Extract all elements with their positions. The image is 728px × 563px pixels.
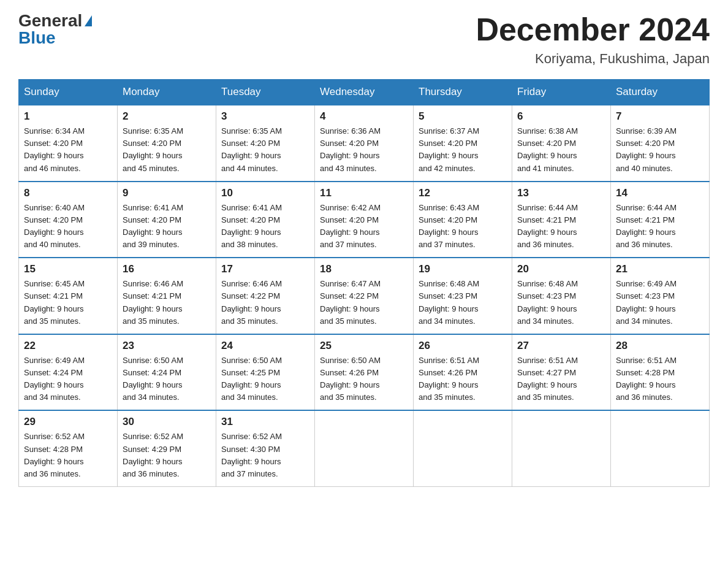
day-info-line: Sunset: 4:27 PM (517, 368, 576, 377)
day-info: Sunrise: 6:41 AMSunset: 4:20 PMDaylight:… (123, 202, 211, 251)
calendar-cell: 21Sunrise: 6:49 AMSunset: 4:23 PMDayligh… (611, 258, 710, 334)
day-number: 22 (24, 340, 112, 352)
day-info-line: Sunset: 4:24 PM (24, 368, 83, 377)
day-info: Sunrise: 6:52 AMSunset: 4:30 PMDaylight:… (221, 431, 309, 480)
day-number: 19 (419, 263, 507, 275)
day-info-line: Sunset: 4:28 PM (24, 445, 83, 454)
calendar-cell: 17Sunrise: 6:46 AMSunset: 4:22 PMDayligh… (216, 258, 315, 334)
day-info-line: and 36 minutes. (24, 469, 81, 478)
day-info-line: Daylight: 9 hours (221, 457, 281, 466)
day-info: Sunrise: 6:51 AMSunset: 4:26 PMDaylight:… (419, 354, 507, 404)
day-info-line: and 37 minutes. (221, 469, 278, 478)
calendar-cell: 3Sunrise: 6:35 AMSunset: 4:20 PMDaylight… (216, 105, 315, 182)
day-info-line: and 35 minutes. (517, 393, 574, 402)
day-info-line: Sunrise: 6:42 AM (320, 203, 381, 212)
day-info-line: Sunrise: 6:37 AM (419, 126, 479, 136)
calendar-header-row: SundayMondayTuesdayWednesdayThursdayFrid… (19, 80, 710, 105)
day-info-line: Daylight: 9 hours (24, 151, 84, 160)
day-info-line: and 36 minutes. (517, 240, 574, 249)
calendar-cell: 10Sunrise: 6:41 AMSunset: 4:20 PMDayligh… (216, 182, 315, 258)
day-info-line: Daylight: 9 hours (616, 228, 676, 237)
calendar-cell: 1Sunrise: 6:34 AMSunset: 4:20 PMDaylight… (19, 105, 118, 182)
calendar-cell: 20Sunrise: 6:48 AMSunset: 4:23 PMDayligh… (512, 258, 611, 334)
calendar-week-row: 29Sunrise: 6:52 AMSunset: 4:28 PMDayligh… (19, 410, 710, 486)
day-info-line: Daylight: 9 hours (320, 151, 380, 160)
day-info-line: Daylight: 9 hours (419, 380, 479, 389)
calendar-cell: 23Sunrise: 6:50 AMSunset: 4:24 PMDayligh… (118, 334, 216, 411)
day-info-line: Daylight: 9 hours (320, 380, 380, 389)
day-info-line: Sunset: 4:26 PM (320, 368, 379, 377)
day-number: 30 (123, 416, 211, 428)
day-number: 21 (616, 263, 704, 275)
day-info-line: Daylight: 9 hours (221, 304, 281, 313)
day-number: 10 (221, 187, 309, 199)
day-number: 2 (123, 110, 211, 123)
calendar-cell: 30Sunrise: 6:52 AMSunset: 4:29 PMDayligh… (118, 410, 216, 486)
day-info: Sunrise: 6:39 AMSunset: 4:20 PMDaylight:… (616, 125, 704, 175)
day-info-line: and 40 minutes. (616, 164, 673, 173)
calendar-week-row: 22Sunrise: 6:49 AMSunset: 4:24 PMDayligh… (19, 334, 710, 411)
day-number: 7 (616, 110, 704, 123)
day-number: 28 (616, 340, 704, 352)
day-number: 23 (123, 340, 211, 352)
day-info-line: Daylight: 9 hours (320, 228, 380, 237)
day-number: 5 (419, 110, 507, 123)
calendar-cell (611, 410, 710, 486)
day-info-line: Sunrise: 6:44 AM (517, 203, 578, 212)
day-info-line: and 42 minutes. (419, 164, 476, 173)
day-info-line: Sunset: 4:23 PM (616, 291, 675, 301)
day-info-line: Sunset: 4:21 PM (616, 215, 675, 224)
page-header: General Blue December 2024 Koriyama, Fuk… (18, 12, 710, 67)
calendar-cell: 7Sunrise: 6:39 AMSunset: 4:20 PMDaylight… (611, 105, 710, 182)
day-info-line: Daylight: 9 hours (123, 151, 183, 160)
day-info-line: Daylight: 9 hours (419, 304, 479, 313)
day-info-line: Sunset: 4:30 PM (221, 445, 280, 454)
day-info: Sunrise: 6:49 AMSunset: 4:24 PMDaylight:… (24, 354, 112, 404)
logo: General Blue (18, 12, 92, 47)
calendar-cell: 24Sunrise: 6:50 AMSunset: 4:25 PMDayligh… (216, 334, 315, 411)
day-info-line: Daylight: 9 hours (419, 228, 479, 237)
calendar-cell: 14Sunrise: 6:44 AMSunset: 4:21 PMDayligh… (611, 182, 710, 258)
day-info-line: Sunset: 4:23 PM (517, 291, 576, 301)
day-info: Sunrise: 6:43 AMSunset: 4:20 PMDaylight:… (419, 202, 507, 251)
day-info-line: Sunset: 4:28 PM (616, 368, 675, 377)
day-info-line: Sunset: 4:20 PM (123, 215, 181, 224)
day-info-line: and 35 minutes. (123, 316, 180, 326)
day-info-line: and 45 minutes. (123, 164, 180, 173)
day-info-line: Sunrise: 6:45 AM (24, 279, 85, 288)
day-info-line: Sunset: 4:20 PM (419, 215, 477, 224)
day-info: Sunrise: 6:35 AMSunset: 4:20 PMDaylight:… (221, 125, 309, 175)
day-info-line: and 35 minutes. (24, 316, 81, 326)
day-info-line: Sunrise: 6:49 AM (24, 356, 85, 365)
day-info-line: Daylight: 9 hours (221, 380, 281, 389)
day-info-line: and 34 minutes. (419, 316, 476, 326)
calendar-week-row: 15Sunrise: 6:45 AMSunset: 4:21 PMDayligh… (19, 258, 710, 334)
day-info-line: Sunrise: 6:46 AM (221, 279, 282, 288)
day-info-line: Daylight: 9 hours (123, 380, 183, 389)
day-info-line: Daylight: 9 hours (517, 151, 577, 160)
day-info-line: Daylight: 9 hours (517, 304, 577, 313)
day-info-line: and 34 minutes. (221, 393, 278, 402)
day-info-line: Daylight: 9 hours (24, 380, 84, 389)
day-info-line: and 35 minutes. (320, 393, 377, 402)
day-info: Sunrise: 6:48 AMSunset: 4:23 PMDaylight:… (419, 278, 507, 327)
calendar-cell: 16Sunrise: 6:46 AMSunset: 4:21 PMDayligh… (118, 258, 216, 334)
calendar-cell: 4Sunrise: 6:36 AMSunset: 4:20 PMDaylight… (315, 105, 414, 182)
day-info-line: Sunrise: 6:52 AM (221, 432, 282, 441)
day-number: 20 (517, 263, 605, 275)
calendar-cell: 5Sunrise: 6:37 AMSunset: 4:20 PMDaylight… (414, 105, 512, 182)
day-number: 6 (517, 110, 605, 123)
day-info-line: Sunset: 4:20 PM (221, 215, 280, 224)
day-info: Sunrise: 6:51 AMSunset: 4:27 PMDaylight:… (517, 354, 605, 404)
day-info: Sunrise: 6:38 AMSunset: 4:20 PMDaylight:… (517, 125, 605, 175)
calendar-week-row: 1Sunrise: 6:34 AMSunset: 4:20 PMDaylight… (19, 105, 710, 182)
day-info-line: and 41 minutes. (517, 164, 574, 173)
day-info: Sunrise: 6:46 AMSunset: 4:21 PMDaylight:… (123, 278, 211, 327)
day-info-line: Sunrise: 6:35 AM (123, 126, 183, 136)
day-info-line: Daylight: 9 hours (517, 228, 577, 237)
day-info-line: Sunset: 4:20 PM (24, 215, 83, 224)
day-info: Sunrise: 6:34 AMSunset: 4:20 PMDaylight:… (24, 125, 112, 175)
day-info-line: Sunset: 4:22 PM (320, 291, 379, 301)
day-info-line: Sunrise: 6:52 AM (24, 432, 85, 441)
day-number: 17 (221, 263, 309, 275)
